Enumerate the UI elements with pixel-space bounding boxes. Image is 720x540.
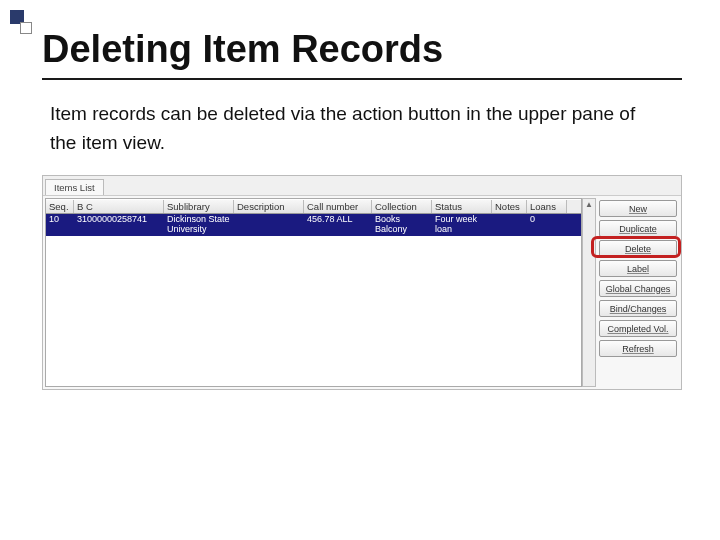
col-collection[interactable]: Collection <box>372 200 432 213</box>
col-barcode[interactable]: B C <box>74 200 164 213</box>
cell-callnumber: 456.78 ALL <box>304 214 372 236</box>
cell-seq: 10 <box>46 214 74 236</box>
grid-empty-area <box>46 236 581 386</box>
action-button-column: New Duplicate Delete Label Global Change… <box>595 196 681 389</box>
col-callnumber[interactable]: Call number <box>304 200 372 213</box>
cell-sublibrary: Dickinson State University <box>164 214 234 236</box>
delete-button[interactable]: Delete <box>599 240 677 257</box>
col-notes[interactable]: Notes <box>492 200 527 213</box>
slide-bullet-deco <box>8 8 40 40</box>
label-button[interactable]: Label <box>599 260 677 277</box>
col-seq[interactable]: Seq. <box>46 200 74 213</box>
embedded-screenshot: Items List Seq. B C Sublibrary Descripti… <box>42 175 682 390</box>
cell-collection: Books Balcony <box>372 214 432 236</box>
title-underline <box>42 78 682 80</box>
new-button[interactable]: New <box>599 200 677 217</box>
refresh-button[interactable]: Refresh <box>599 340 677 357</box>
table-area: Seq. B C Sublibrary Description Call num… <box>43 196 681 389</box>
cell-loans: 0 <box>527 214 567 236</box>
global-changes-button[interactable]: Global Changes <box>599 280 677 297</box>
table-row[interactable]: 10 31000000258741 Dickinson State Univer… <box>46 214 581 236</box>
slide-blurb: Item records can be deleted via the acti… <box>50 100 650 157</box>
bind-changes-button[interactable]: Bind/Changes <box>599 300 677 317</box>
column-headers: Seq. B C Sublibrary Description Call num… <box>46 199 581 214</box>
tab-items-list[interactable]: Items List <box>45 179 104 195</box>
chevron-up-icon: ▲ <box>585 200 593 209</box>
bullet-outline <box>20 22 32 34</box>
duplicate-button[interactable]: Duplicate <box>599 220 677 237</box>
col-description[interactable]: Description <box>234 200 304 213</box>
cell-status: Four week loan <box>432 214 492 236</box>
tab-row: Items List <box>43 176 681 196</box>
cell-description <box>234 214 304 236</box>
col-sublibrary[interactable]: Sublibrary <box>164 200 234 213</box>
slide-title: Deleting Item Records <box>42 28 443 71</box>
col-status[interactable]: Status <box>432 200 492 213</box>
cell-barcode: 31000000258741 <box>74 214 164 236</box>
col-loans[interactable]: Loans <box>527 200 567 213</box>
vertical-scrollbar[interactable]: ▲ <box>582 198 596 387</box>
completed-vol-button[interactable]: Completed Vol. <box>599 320 677 337</box>
cell-notes <box>492 214 527 236</box>
items-grid: Seq. B C Sublibrary Description Call num… <box>45 198 582 387</box>
